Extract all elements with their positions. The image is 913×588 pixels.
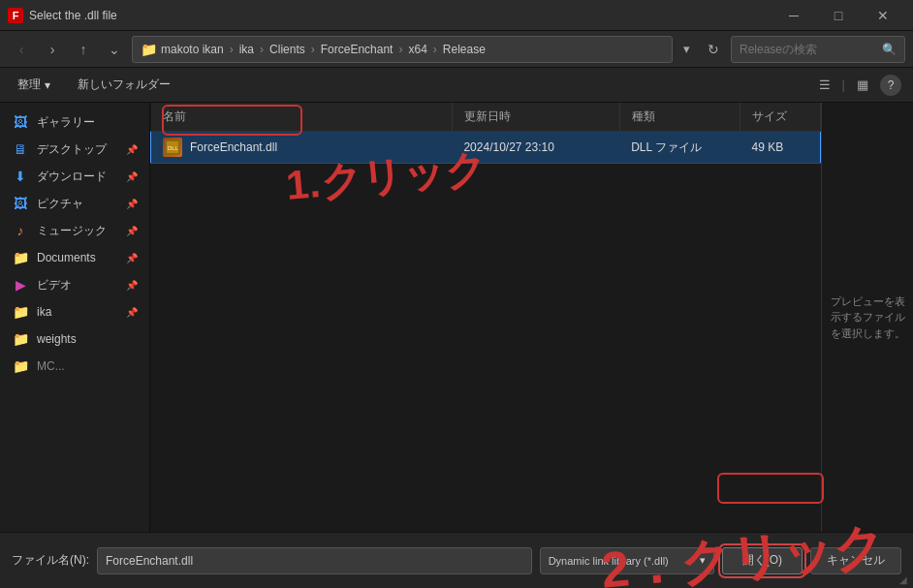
file-size: 49 KB: [740, 132, 821, 164]
sidebar-item-desktop[interactable]: 🖥 デスクトップ 📌: [0, 136, 149, 163]
main-area: 🖼 ギャラリー 🖥 デスクトップ 📌 ⬇ ダウンロード 📌 🖼 ピクチャ 📌: [0, 103, 913, 532]
separator: ›: [311, 43, 315, 56]
gallery-icon: 🖼: [12, 113, 29, 131]
breadcrumb-part-4: ForceEnchant: [321, 43, 394, 56]
breadcrumb-part-3: Clients: [269, 43, 305, 56]
action-toolbar: 整理 ▾ 新しいフォルダー ☰ | ▦ ?: [0, 68, 913, 103]
search-input[interactable]: [740, 43, 878, 56]
filename-input[interactable]: [97, 547, 532, 574]
download-icon: ⬇: [12, 168, 29, 185]
breadcrumb-dropdown-button[interactable]: ▾: [677, 36, 696, 63]
nav-toolbar: ‹ › ↑ ⌄ 📁 makoto ikan › ika › Clients › …: [0, 31, 913, 68]
file-type: DLL ファイル: [619, 132, 740, 164]
breadcrumb-part-5: x64: [408, 43, 426, 56]
resize-handle[interactable]: ◢: [899, 574, 911, 586]
sidebar-item-gallery[interactable]: 🖼 ギャラリー: [0, 108, 149, 136]
table-header: 名前 更新日時 種類 サイズ: [151, 103, 821, 132]
sidebar-item-ika[interactable]: 📁 ika 📌: [0, 298, 149, 325]
search-bar[interactable]: 🔍: [731, 36, 905, 63]
file-area: 名前 更新日時 種類 サイズ DLL: [150, 103, 821, 532]
breadcrumb-part-1: makoto ikan: [161, 43, 224, 56]
help-button[interactable]: ?: [880, 75, 901, 96]
column-size[interactable]: サイズ: [740, 103, 821, 132]
video-icon: ▶: [12, 276, 29, 294]
pin-icon: 📌: [126, 144, 138, 155]
filename-label: ファイル名(N):: [12, 552, 89, 569]
file-table: 名前 更新日時 種類 サイズ DLL: [150, 103, 821, 164]
sidebar-item-weights[interactable]: 📁 weights: [0, 325, 149, 353]
folder-icon: 📁: [12, 249, 29, 266]
pin-icon: 📌: [126, 307, 138, 318]
sidebar-item-more[interactable]: 📁 MC...: [0, 353, 149, 380]
sidebar-item-music[interactable]: ♪ ミュージック 📌: [0, 217, 149, 244]
sidebar: 🖼 ギャラリー 🖥 デスクトップ 📌 ⬇ ダウンロード 📌 🖼 ピクチャ 📌: [0, 103, 150, 532]
folder-icon: 📁: [141, 42, 157, 57]
separator: ›: [260, 43, 264, 56]
view-controls: ☰ | ▦ ?: [811, 72, 901, 99]
dropdown-icon: ▾: [45, 78, 50, 92]
folder-icon: 📁: [12, 303, 29, 321]
pin-icon: 📌: [126, 226, 138, 236]
bottom-bar: ファイル名(N): Dynamic link library (*.dll) ▾…: [0, 532, 913, 588]
close-button[interactable]: ✕: [861, 0, 905, 31]
picture-icon: 🖼: [12, 195, 29, 212]
folder-icon: 📁: [12, 330, 29, 348]
separator: ›: [230, 43, 234, 56]
refresh-button[interactable]: ↻: [700, 36, 727, 63]
file-modified: 2024/10/27 23:10: [452, 132, 619, 164]
window-controls: ─ □ ✕: [771, 0, 905, 31]
maximize-button[interactable]: □: [816, 0, 861, 31]
breadcrumb-part-2: ika: [239, 43, 254, 56]
preview-panel: プレビューを表示するファイルを選択します。: [821, 103, 913, 532]
folder-icon: 📁: [12, 357, 29, 375]
minimize-button[interactable]: ─: [771, 0, 816, 31]
open-button[interactable]: 開く(O): [722, 547, 803, 574]
column-modified[interactable]: 更新日時: [452, 103, 619, 132]
app-icon: F: [8, 8, 23, 23]
manage-button[interactable]: 整理 ▾: [12, 73, 56, 97]
separator: ›: [398, 43, 402, 56]
separator: ›: [433, 43, 437, 56]
pin-icon: 📌: [126, 253, 138, 263]
svg-text:DLL: DLL: [168, 145, 179, 151]
music-icon: ♪: [12, 222, 29, 239]
up-button[interactable]: ↑: [70, 36, 97, 63]
sidebar-item-documents[interactable]: 📁 Documents 📌: [0, 244, 149, 271]
search-icon: 🔍: [882, 43, 897, 56]
filetype-dropdown[interactable]: Dynamic link library (*.dll) ▾: [540, 547, 714, 574]
breadcrumb-bar[interactable]: 📁 makoto ikan › ika › Clients › ForceEnc…: [132, 36, 673, 63]
pin-icon: 📌: [126, 171, 138, 182]
file-name-cell: DLL ForceEnchant.dll: [151, 132, 453, 164]
sidebar-item-picture[interactable]: 🖼 ピクチャ 📌: [0, 190, 149, 217]
title-bar: F Select the .dll file ─ □ ✕: [0, 0, 913, 31]
sidebar-item-video[interactable]: ▶ ビデオ 📌: [0, 271, 149, 298]
pin-icon: 📌: [126, 199, 138, 209]
column-name[interactable]: 名前: [151, 103, 453, 132]
new-folder-button[interactable]: 新しいフォルダー: [72, 73, 176, 97]
dropdown-arrow: ▾: [700, 554, 706, 567]
forward-button[interactable]: ›: [39, 36, 66, 63]
table-row[interactable]: DLL ForceEnchant.dll 2024/10/27 23:10 DL…: [151, 132, 821, 164]
sidebar-item-download[interactable]: ⬇ ダウンロード 📌: [0, 163, 149, 190]
recent-button[interactable]: ⌄: [101, 36, 128, 63]
column-type[interactable]: 種類: [619, 103, 740, 132]
pin-icon: 📌: [126, 280, 138, 291]
dll-file-icon: DLL: [163, 138, 182, 157]
list-view-button[interactable]: ☰: [811, 72, 838, 99]
desktop-icon: 🖥: [12, 140, 29, 158]
breadcrumb-part-6: Release: [443, 43, 486, 56]
cancel-button[interactable]: キャンセル: [810, 547, 901, 574]
window-title: Select the .dll file: [29, 9, 771, 22]
back-button[interactable]: ‹: [8, 36, 35, 63]
grid-view-button[interactable]: ▦: [849, 72, 876, 99]
